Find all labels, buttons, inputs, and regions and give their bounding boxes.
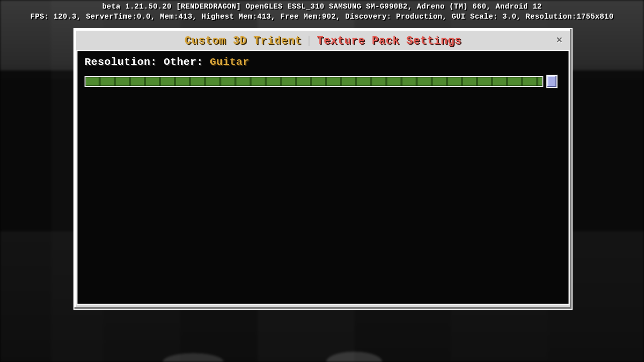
setting-value: Guitar [210, 56, 250, 68]
setting-prefix: Resolution: Other: [85, 56, 210, 68]
slider-thumb[interactable] [546, 75, 557, 88]
panel-body: Resolution: Other: Guitar [76, 50, 570, 305]
panel-title-left: Custom 3D Trident [185, 35, 302, 47]
close-button[interactable]: × [553, 34, 566, 46]
debug-overlay: beta 1.21.50.20 [RENDERDRAGON] OpenGLES … [0, 2, 644, 22]
settings-panel: Custom 3D Trident | Texture Pack Setting… [73, 28, 573, 310]
resolution-setting-label: Resolution: Other: Guitar [85, 56, 561, 68]
debug-line-1: beta 1.21.50.20 [RENDERDRAGON] OpenGLES … [102, 3, 542, 11]
slider-track [85, 76, 543, 87]
panel-header: Custom 3D Trident | Texture Pack Setting… [76, 31, 570, 50]
close-icon: × [556, 35, 563, 46]
debug-line-2: FPS: 120.3, ServerTime:0.0, Mem:413, Hig… [30, 13, 613, 21]
panel-title-right: Texture Pack Settings [316, 35, 461, 47]
resolution-slider[interactable] [85, 75, 557, 88]
panel-title-separator: | [306, 35, 313, 47]
